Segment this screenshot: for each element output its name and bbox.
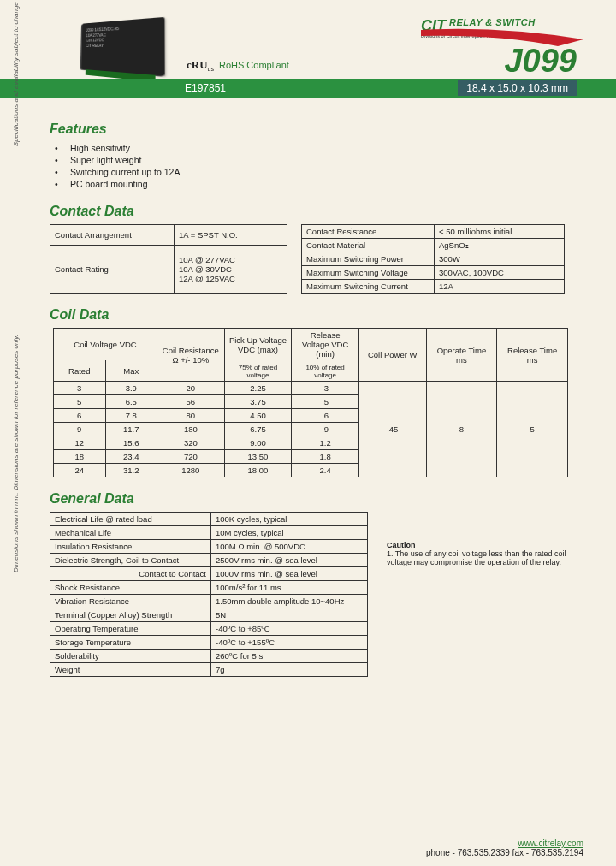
feature-item: High sensitivity	[70, 142, 583, 154]
caution-text: 1. The use of any coil voltage less than…	[387, 549, 566, 566]
general-row: Contact to Contact1000V rms min. @ sea l…	[50, 567, 368, 581]
features-title: Features	[50, 122, 583, 137]
caution-box: Caution 1. The use of any coil voltage l…	[387, 512, 566, 566]
general-row: Vibration Resistance1.50mm double amplit…	[50, 595, 368, 608]
general-data-title: General Data	[50, 491, 583, 507]
ul-icon: cRUus	[187, 58, 214, 72]
brand-logo: CIT RELAY & SWITCH Divisions of Circuit …	[421, 17, 583, 80]
header: J099 1AS12VDC.4510A 277VACCoil 12VDCCIT …	[50, 17, 583, 99]
general-row: Shock Resistance100m/s² for 11 ms	[50, 581, 368, 595]
rohs-label: RoHS Compliant	[219, 60, 289, 70]
contact-data-title: Contact Data	[50, 204, 583, 219]
coil-row: 33.9202.25.3.4585	[54, 382, 568, 395]
file-number: E197851	[185, 82, 226, 94]
feature-item: Super light weight	[70, 154, 583, 166]
general-row: Terminal (Copper Alloy) Strength5N	[50, 608, 368, 622]
dimensions: 18.4 x 15.0 x 10.3 mm	[458, 80, 577, 96]
contact-table-left: Contact Arrangement1A = SPST N.O. Contac…	[50, 224, 287, 294]
footer-contact: phone - 763.535.2339 fax - 763.535.2194	[426, 848, 583, 857]
product-image: J099 1AS12VDC.4510A 277VACCoil 12VDCCIT …	[81, 17, 164, 76]
general-row: Mechanical Life10M cycles, typical	[50, 526, 368, 540]
general-row: Electrical Life @ rated load100K cycles,…	[50, 513, 368, 526]
side-note-dim: Dimensions shown in mm. Dimensions are s…	[12, 197, 20, 710]
general-row: Storage Temperature-40ºC to +155ºC	[50, 636, 368, 650]
cert-marks: cRUus RoHS Compliant	[187, 58, 289, 72]
general-row: Dielectric Strength, Coil to Contact2500…	[50, 554, 368, 567]
brand-sub: RELAY & SWITCH	[449, 17, 536, 27]
general-row: Solderability260ºC for 5 s	[50, 650, 368, 663]
caution-title: Caution	[387, 541, 566, 549]
general-table: Electrical Life @ rated load100K cycles,…	[50, 512, 368, 677]
general-row: Operating Temperature-40ºC to +85ºC	[50, 622, 368, 636]
general-row: Insulation Resistance100M Ω min. @ 500VD…	[50, 540, 368, 554]
coil-data-title: Coil Data	[50, 307, 583, 323]
footer: www.citrelay.com phone - 763.535.2339 fa…	[426, 839, 583, 857]
features-list: High sensitivity Super light weight Swit…	[50, 142, 583, 190]
swoosh-icon	[421, 27, 583, 50]
feature-item: PC board mounting	[70, 178, 583, 190]
coil-table: Coil Voltage VDC Coil Resistance Ω +/- 1…	[53, 328, 568, 477]
footer-url: www.citrelay.com	[426, 839, 583, 848]
general-row: Weight7g	[50, 663, 368, 677]
contact-table-right: Contact Resistance< 50 milliohms initial…	[301, 224, 565, 294]
feature-item: Switching current up to 12A	[70, 166, 583, 178]
header-bar: E197851 18.4 x 15.0 x 10.3 mm	[0, 79, 616, 98]
